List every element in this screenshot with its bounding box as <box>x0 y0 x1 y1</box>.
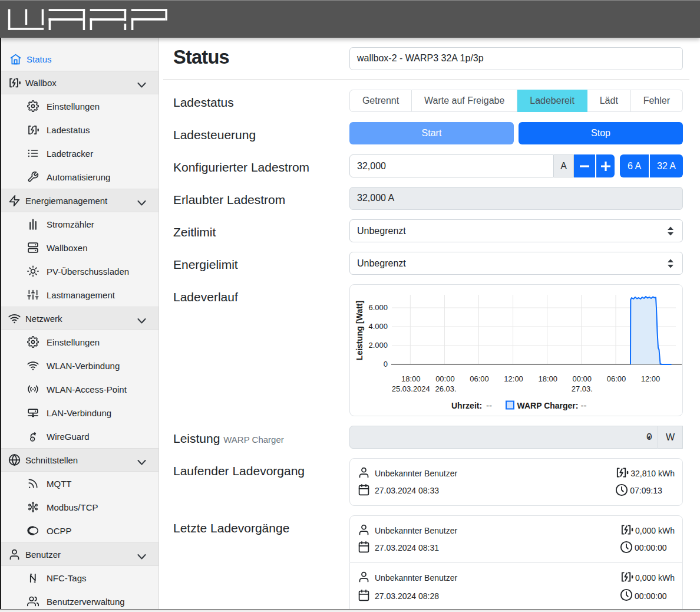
svg-text:6.000: 6.000 <box>368 303 388 312</box>
svg-text:18:00: 18:00 <box>538 374 557 383</box>
svg-text:0: 0 <box>384 360 388 368</box>
svg-text:2.000: 2.000 <box>368 341 388 350</box>
svg-text:WARP Charger:: WARP Charger: <box>517 401 579 410</box>
svg-text:--: -- <box>581 400 587 410</box>
svg-text:25.03.2024: 25.03.2024 <box>392 384 430 393</box>
svg-text:18:00: 18:00 <box>401 374 421 383</box>
svg-text:27.03.: 27.03. <box>572 384 593 393</box>
svg-text:06:00: 06:00 <box>607 374 626 383</box>
svg-text:26.03.: 26.03. <box>435 384 456 393</box>
svg-text:4.000: 4.000 <box>368 322 388 331</box>
svg-text:Leistung [Watt]: Leistung [Watt] <box>355 301 364 360</box>
svg-text:--: -- <box>486 400 492 410</box>
svg-text:00:00: 00:00 <box>435 374 455 383</box>
svg-text:12:00: 12:00 <box>504 374 523 383</box>
svg-text:06:00: 06:00 <box>470 374 489 383</box>
svg-text:00:00: 00:00 <box>573 374 592 383</box>
svg-text:Uhrzeit:: Uhrzeit: <box>451 401 482 410</box>
svg-text:12:00: 12:00 <box>641 374 661 383</box>
